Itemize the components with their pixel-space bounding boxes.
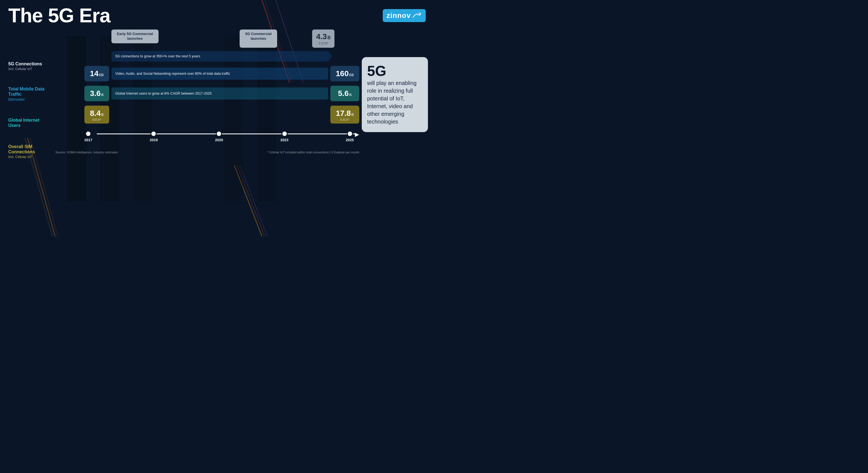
mobile-data-start-box: 14 EB: [84, 66, 109, 81]
body-content: 5G Connections Incl. Cellular IoT Total …: [8, 30, 426, 234]
timeline: ▶ 2017 2019 202: [55, 131, 359, 145]
timeline-year-2017: 2017: [84, 131, 92, 142]
sim-row: 8.4 B 600 M* 17.8 B 8.85 B*: [55, 106, 359, 123]
timeline-year-2019: 2019: [150, 131, 158, 142]
sim-start-box: 8.4 B 600 M*: [84, 106, 109, 123]
page-title: The 5G Era: [8, 5, 110, 25]
early-commercial-box: Early 5G Commercial launches: [112, 30, 159, 43]
internet-users-start-box: 3.6 B: [84, 86, 109, 101]
connections-growth-arrow: 5G connections to grow at 350+% over the…: [112, 51, 328, 61]
label-mobile-data: Total Mobile Data Traffic EB/month#: [8, 86, 51, 101]
internet-users-arrow: Global Internet users to grow at 6% CAGR…: [112, 87, 328, 99]
connections-end-value: 4.3 B 3.10 B*: [312, 30, 335, 48]
mobile-data-row: 14 EB Video, Audio, and Social Networkin…: [55, 66, 359, 81]
internet-users-end-box: 5.6 B: [330, 86, 359, 101]
mobile-data-arrow: Video, Audio, and Social Networking repr…: [112, 67, 328, 80]
footer: Source: GSMA Intelligence, Industry esti…: [55, 149, 359, 154]
commercial-box: 5G Commercial launches: [240, 30, 277, 48]
callout-box: 5G will play an enabling role in realizi…: [362, 57, 428, 132]
sim-end-box: 17.8 B 8.85 B*: [330, 106, 359, 123]
label-5g-connections: 5G Connections Incl. Cellular IoT: [8, 61, 51, 71]
internet-users-row: 3.6 B Global Internet users to grow at 6…: [55, 86, 359, 101]
header: The 5G Era zinnov: [8, 5, 426, 25]
timeline-year-2025: 2025: [346, 131, 354, 142]
logo-text: zinnov: [386, 11, 411, 20]
left-labels-column: 5G Connections Incl. Cellular IoT Total …: [8, 30, 51, 159]
logo-icon: [412, 12, 421, 19]
label-internet-users: Global Internet Users: [8, 118, 51, 128]
right-callout-column: 5G will play an enabling role in realizi…: [364, 30, 426, 132]
center-chart: Early 5G Commercial launches 5G Commerci…: [55, 30, 359, 154]
timeline-year-2020: 2020: [215, 131, 223, 142]
mobile-data-end-box: 160 EB: [330, 66, 359, 81]
zinnov-logo: zinnov: [383, 9, 426, 22]
label-sim: Overall SIM Connections Incl. Cellular I…: [8, 144, 51, 159]
timeline-year-2023: 2023: [280, 131, 288, 142]
